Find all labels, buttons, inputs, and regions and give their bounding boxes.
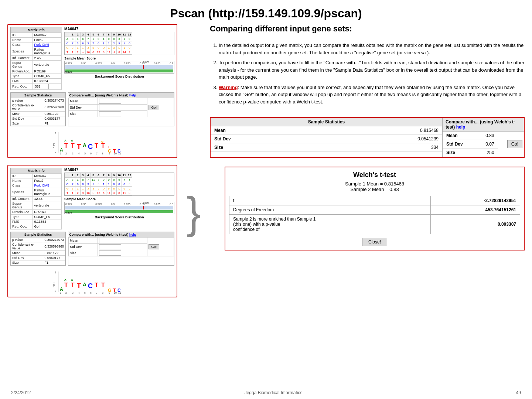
ma-title-1: MA0047 <box>64 27 174 31</box>
cw-go-btn-1[interactable]: Go! <box>149 105 159 110</box>
svg-text:9: 9 <box>109 152 110 154</box>
ma-matrix-2: 123456789101112 A81871170009rr C78831c11… <box>64 173 174 196</box>
svg-text:10: 10 <box>114 152 117 154</box>
pscan-bottom-1: Sample Statistics p value0.300274073 Con… <box>10 92 174 126</box>
bg-score-dist-1: Background Score Distribution <box>64 75 174 78</box>
ma-section-2: MA0047 123456789101112 A81871170009rr C7… <box>64 168 174 229</box>
svg-text:A: A <box>64 278 66 282</box>
list-item-3: Warning: Make sure that the values you i… <box>219 84 525 106</box>
svg-text:3: 3 <box>72 291 74 294</box>
table-row: t -2.72829142951 <box>229 196 520 205</box>
left-column: Matrix Info IDMA0047 NameFoxa2 ClassFork… <box>7 24 177 297</box>
svg-text:T: T <box>95 143 98 149</box>
list-item-2: To perform the comparison, you have to f… <box>219 59 525 81</box>
svg-text:A: A <box>60 287 63 292</box>
motif-logo-2: 2 bits 0 A T A T A T A C T T G T C <box>10 268 174 294</box>
svg-text:2: 2 <box>55 271 57 274</box>
matrix-info-1: Matrix Info IDMA0047 NameFoxa2 ClassFork… <box>10 27 62 90</box>
motif-logo-1: 2 bits 0 A T A T A T A <box>10 129 174 155</box>
svg-text:5: 5 <box>84 152 86 154</box>
svg-text:11: 11 <box>118 152 121 154</box>
svg-text:C: C <box>88 143 93 150</box>
sample-mean-score-2: Sample Mean Score 0.9750.950.9250.90.875… <box>64 197 174 214</box>
svg-text:2: 2 <box>65 152 67 154</box>
svg-text:1: 1 <box>60 152 61 154</box>
table-row: Std Dev 0.0541239 <box>211 135 442 143</box>
svg-text:4: 4 <box>78 152 80 154</box>
list-item-1: In the detailed output for a given matri… <box>219 42 525 56</box>
comparing-title: Comparing different input gene sets: <box>210 24 525 34</box>
svg-text:bits: bits <box>52 143 55 148</box>
cw-stddev-input-1[interactable] <box>99 105 121 110</box>
svg-text:5: 5 <box>84 291 86 294</box>
svg-text:A: A <box>83 282 86 287</box>
table-row: Sample 2 is more enriched than Sample 1(… <box>229 215 520 234</box>
ma-title-2: MA0047 <box>64 168 174 172</box>
stats-compare-right: Compare with... (using Welch's t-test) h… <box>443 118 524 157</box>
sample-mean-score-1: Sample Mean Score 0.9750.950.9250.90.875… <box>64 57 174 74</box>
welch-means: Sample 1 Mean = 0.815468 Sample 2 Mean =… <box>229 181 520 192</box>
table-row: Mean 0.815468 <box>211 126 442 135</box>
svg-text:8: 8 <box>102 152 103 154</box>
svg-text:10: 10 <box>114 291 117 294</box>
cw-mean-input-1[interactable] <box>99 99 121 104</box>
stats-compare-left: Sample Statistics Mean 0.815468 Std Dev … <box>211 118 443 157</box>
cw-size-input-1[interactable] <box>99 111 121 116</box>
svg-text:6: 6 <box>90 152 92 154</box>
svg-text:8: 8 <box>102 291 103 294</box>
svg-text:T: T <box>95 282 98 288</box>
stats-help-link[interactable]: help <box>456 125 466 130</box>
svg-text:0: 0 <box>55 150 57 153</box>
table-row: Mean 0.83 Go! <box>443 132 524 140</box>
cw-go-btn-2[interactable]: Go! <box>149 244 159 249</box>
svg-text:G: G <box>101 140 103 143</box>
svg-text:9: 9 <box>109 291 110 294</box>
right-panels: Sample Statistics Mean 0.815468 Std Dev … <box>210 117 525 250</box>
cw-mean-input-2[interactable] <box>99 238 121 243</box>
svg-text:A: A <box>71 139 73 142</box>
table-row: Size 334 <box>211 143 442 152</box>
svg-text:2: 2 <box>55 132 57 135</box>
welch-table: t -2.72829142951 Degrees of Freedom 453.… <box>229 196 520 234</box>
pscan-panel-2: Matrix Info IDMA0347 NameFoxa2 ClassFork… <box>7 165 177 297</box>
compare-with-1: Compare with... (using Welch's t-test) h… <box>68 92 174 126</box>
svg-text:T: T <box>77 143 81 150</box>
svg-text:C: C <box>88 282 93 290</box>
svg-text:T: T <box>101 282 105 288</box>
matrix-info-2: Matrix Info IDMA0347 NameFoxa2 ClassFork… <box>10 168 62 229</box>
svg-text:A: A <box>71 278 73 282</box>
svg-text:A: A <box>64 139 66 142</box>
welch-close-btn[interactable]: Close! <box>362 238 387 246</box>
stats-go-btn[interactable]: Go! <box>507 140 522 148</box>
svg-text:6: 6 <box>90 291 92 294</box>
welch-box: Welch's t-test Sample 1 Mean = 0.815468 … <box>225 167 525 250</box>
svg-text:7: 7 <box>96 291 98 294</box>
sample-stats-1: Sample Statistics p value0.300274073 Con… <box>10 92 66 126</box>
svg-text:T: T <box>77 282 81 290</box>
comparing-list: In the detailed output for a given matri… <box>210 42 525 108</box>
footer-date: 2/24/2012 <box>11 390 31 395</box>
warning-label: Warning <box>219 85 238 90</box>
cw-help-link-2[interactable]: help <box>129 233 136 236</box>
ma-matrix-1: 123456789101112 A816710100310 C738370112… <box>64 32 174 55</box>
cw-stddev-input-2[interactable] <box>99 244 121 249</box>
svg-text:3: 3 <box>72 152 74 154</box>
ma-section-1: MA0047 123456789101112 A816710100310 C73… <box>64 27 174 90</box>
brace-connector: } <box>185 24 202 297</box>
cw-size-input-2[interactable] <box>99 250 121 256</box>
svg-text:T: T <box>71 143 75 149</box>
svg-text:1: 1 <box>60 291 61 294</box>
svg-text:bits: bits <box>52 283 55 287</box>
svg-text:T: T <box>108 145 110 149</box>
svg-text:T: T <box>64 143 68 149</box>
welch-title: Welch's t-test <box>229 171 520 179</box>
svg-text:A: A <box>60 147 63 153</box>
right-column: Comparing different input gene sets: In … <box>210 24 525 297</box>
cw-help-link-1[interactable]: help <box>129 93 136 97</box>
svg-text:T: T <box>64 282 68 288</box>
svg-text:T: T <box>101 143 105 149</box>
stats-compare-box: Sample Statistics Mean 0.815468 Std Dev … <box>210 117 525 158</box>
page-title: Pscan (http://159.149.109.9/pscan) <box>0 0 532 24</box>
svg-text:4: 4 <box>78 291 80 294</box>
footer-center: Jegga Biomedical Informatics <box>245 390 303 395</box>
